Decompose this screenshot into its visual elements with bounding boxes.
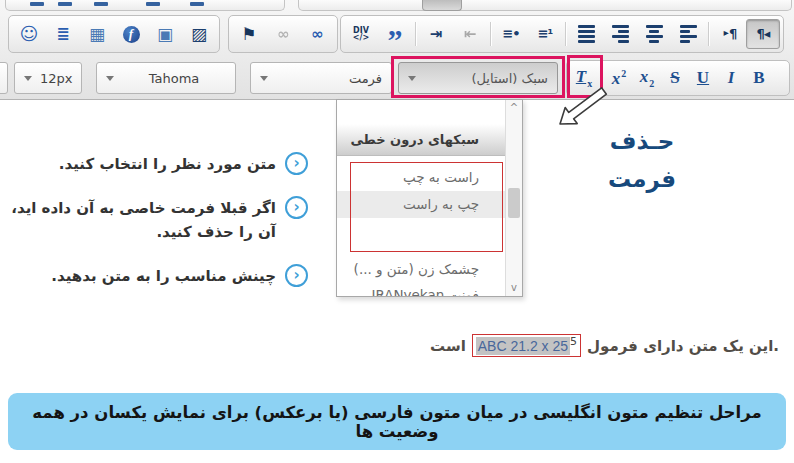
align-center-icon xyxy=(646,25,663,43)
toolbar-separator xyxy=(708,22,709,46)
align-right-button[interactable] xyxy=(603,19,637,49)
table-button[interactable]: ▦ xyxy=(80,19,114,49)
align-justify-button[interactable] xyxy=(569,19,603,49)
font-size-value: 12px xyxy=(40,71,73,86)
flash-button[interactable]: f xyxy=(114,19,148,49)
toolbar-group-link: ⚑ ∞ ∞ xyxy=(228,15,338,53)
indent-decrease-icon: ⇤ xyxy=(464,26,477,42)
bullet-list-button[interactable]: ≡• xyxy=(494,19,528,49)
scroll-down-icon[interactable]: v xyxy=(506,282,522,294)
format-value: فرمت xyxy=(276,71,382,86)
align-left-button[interactable] xyxy=(671,19,705,49)
annotation-label: حـذف فرمت xyxy=(596,122,688,198)
subscript-icon: x xyxy=(640,67,649,86)
bullet-chevron-icon: ‹ xyxy=(285,196,308,219)
style-item-ltr[interactable]: چپ به راست xyxy=(337,191,505,218)
link-icon: ∞ xyxy=(311,26,323,42)
table-icon: ▦ xyxy=(89,26,105,42)
bold-icon: B xyxy=(753,68,764,88)
style-item-rtl[interactable]: راست به چپ xyxy=(337,164,505,191)
instruction-text: متن مورد نظر را انتخاب کنید. xyxy=(59,152,276,176)
instruction-text: چینش مناسب را به متن بدهید. xyxy=(51,264,276,288)
combo-partial[interactable] xyxy=(0,62,8,94)
indent-increase-button[interactable]: ⇥ xyxy=(419,19,453,49)
partial-group-left xyxy=(5,0,285,11)
toolbar-separator xyxy=(415,22,416,46)
partial-icon xyxy=(58,2,72,6)
chevron-down-icon xyxy=(408,76,416,81)
toolbar-group-insert: ☺ ≣ ▦ f ▣ ▨ xyxy=(8,15,220,53)
image-button[interactable]: ▨ xyxy=(182,19,216,49)
blockquote-icon: ” xyxy=(388,23,403,45)
list-item: ‹ اگر قبلا فرمت خاصی به آن داده اید، آن … xyxy=(0,196,312,244)
subscript-sub: 2 xyxy=(649,78,654,89)
dropdown-scrollbar[interactable]: ^ v xyxy=(505,100,522,296)
anchor-button[interactable]: ⚑ xyxy=(232,19,266,49)
style-dropdown-panel: سبکهای درون خطی راست به چپ چپ به راست چش… xyxy=(336,99,523,297)
indent-decrease-button[interactable]: ⇤ xyxy=(453,19,487,49)
align-justify-icon xyxy=(578,25,595,43)
anchor-flag-icon: ⚑ xyxy=(241,26,256,42)
font-size-combo[interactable]: 12px xyxy=(14,62,82,94)
italic-button[interactable]: I xyxy=(717,64,745,92)
instruction-text: اگر قبلا فرمت خاصی به آن داده اید، آن را… xyxy=(11,196,276,244)
subscript-button[interactable]: x2 xyxy=(633,64,661,92)
unlink-button[interactable]: ∞ xyxy=(266,19,300,49)
direction-ltr-button[interactable]: ‣¶ xyxy=(712,19,746,49)
bullet-list-icon: ≡• xyxy=(502,26,519,42)
chevron-down-icon xyxy=(106,76,114,81)
caption-text: مراحل تنظیم متون انگلیسی در میان متون فا… xyxy=(28,403,766,441)
chevron-down-icon xyxy=(260,76,268,81)
iframe-button[interactable]: ▣ xyxy=(148,19,182,49)
style-dropdown-header: سبکهای درون خطی xyxy=(337,124,505,156)
superscript-icon: x xyxy=(612,68,621,87)
partial-icon xyxy=(146,2,160,6)
smiley-button[interactable]: ☺ xyxy=(12,19,46,49)
formula-demo-line: این یک متن دارای فرمولABC 21.2 x 255است. xyxy=(430,334,779,357)
instruction-list: ‹ متن مورد نظر را انتخاب کنید. ‹ اگر قبل… xyxy=(0,152,312,308)
iframe-icon: ▣ xyxy=(157,26,173,42)
bullet-chevron-icon: ‹ xyxy=(285,152,308,175)
align-center-button[interactable] xyxy=(637,19,671,49)
formula-exponent: 5 xyxy=(570,335,577,348)
list-item: ‹ متن مورد نظر را انتخاب کنید. xyxy=(0,152,312,176)
div-container-button[interactable]: DIV </> xyxy=(344,19,378,49)
italic-icon: I xyxy=(728,68,735,88)
chevron-down-icon xyxy=(24,76,32,81)
style-item-blink[interactable]: چشمک زن (متن و ...) xyxy=(337,256,505,283)
blockquote-button[interactable]: ” xyxy=(378,19,412,49)
partial-icon xyxy=(30,2,44,6)
direction-ltr-icon: ‣¶ xyxy=(722,26,737,42)
page-break-button[interactable]: ≣ xyxy=(46,19,80,49)
scroll-up-icon[interactable]: ^ xyxy=(506,102,522,114)
numbered-list-icon: ≡¹ xyxy=(538,26,553,42)
div-container-icon: DIV </> xyxy=(353,27,369,41)
partial-icon xyxy=(94,2,108,6)
toolbar-separator xyxy=(490,22,491,46)
format-combo[interactable]: فرمت xyxy=(250,62,392,94)
bold-button[interactable]: B xyxy=(745,64,773,92)
formula-highlight-box: ABC 21.2 x 255 xyxy=(472,334,581,357)
font-family-value: Tahoma xyxy=(122,71,226,86)
direction-rtl-icon: ¶◂ xyxy=(757,26,770,42)
style-combo[interactable]: سبک (استایل) xyxy=(398,62,558,94)
caption-banner: مراحل تنظیم متون انگلیسی در میان متون فا… xyxy=(8,393,786,450)
scrollbar-thumb[interactable] xyxy=(508,188,520,218)
numbered-list-button[interactable]: ≡¹ xyxy=(528,19,562,49)
superscript-sup: 2 xyxy=(621,68,626,79)
indent-increase-icon: ⇥ xyxy=(430,26,443,42)
strikethrough-button[interactable]: S xyxy=(661,64,689,92)
style-item-iranyekan-font[interactable]: فونت IRANyekan xyxy=(337,282,505,297)
flash-icon: f xyxy=(123,26,140,43)
toolbar-group-paragraph: DIV </> ” ⇥ ⇤ ≡• ≡¹ ‣¶ ¶◂ xyxy=(340,15,784,53)
link-button[interactable]: ∞ xyxy=(300,19,334,49)
formula-prefix: این یک متن دارای فرمول xyxy=(587,337,773,355)
unlink-icon: ∞ xyxy=(277,26,289,42)
underline-button[interactable]: U xyxy=(689,64,717,92)
partial-pressed-button[interactable] xyxy=(422,0,462,11)
partial-icon xyxy=(190,2,204,6)
font-family-combo[interactable]: Tahoma xyxy=(96,62,236,94)
align-right-icon xyxy=(612,25,629,43)
underline-icon: U xyxy=(697,68,709,88)
direction-rtl-button[interactable]: ¶◂ xyxy=(746,19,780,49)
